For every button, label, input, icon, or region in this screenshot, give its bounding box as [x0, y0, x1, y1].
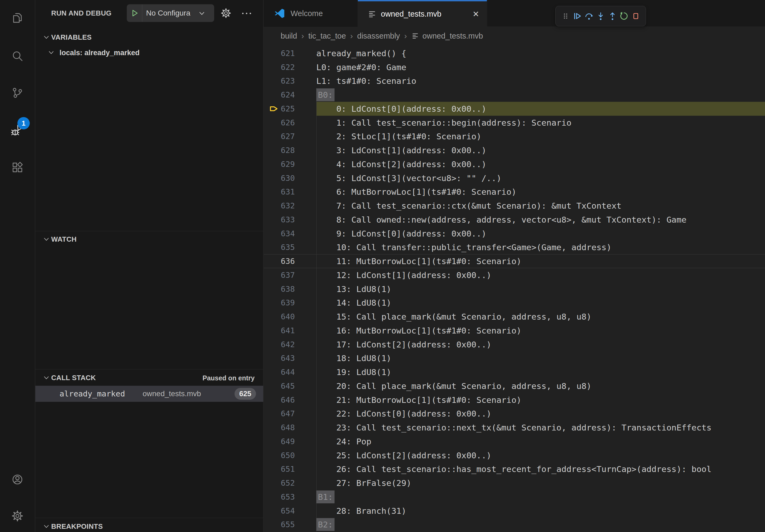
code-line[interactable]: 655B2:: [264, 518, 765, 532]
code-line[interactable]: 629 4: LdConst[2](address: 0x00..): [264, 157, 765, 171]
line-number[interactable]: 625: [264, 104, 295, 113]
extensions-icon[interactable]: [9, 159, 26, 176]
source-control-icon[interactable]: [9, 84, 26, 101]
breakpoints-section-header[interactable]: BREAKPOINTS: [35, 522, 263, 532]
line-number[interactable]: 634: [264, 229, 295, 238]
code-line[interactable]: 632 7: Call test_scenario::ctx(&mut Scen…: [264, 199, 765, 213]
code-line[interactable]: 648 23: Call test_scenario::next_tx(&mut…: [264, 420, 765, 434]
code-line[interactable]: 652 27: BrFalse(29): [264, 476, 765, 490]
close-icon[interactable]: ✕: [472, 9, 479, 19]
line-number[interactable]: 642: [264, 340, 295, 349]
line-number[interactable]: 629: [264, 160, 295, 169]
code-line[interactable]: 627 2: StLoc[1](ts#1#0: Scenario): [264, 130, 765, 143]
code-line[interactable]: 635 10: Call transfer::public_transfer<G…: [264, 241, 765, 254]
code-line[interactable]: 643 18: LdU8(1): [264, 352, 765, 366]
tab-owned-tests[interactable]: owned_tests.mvb ✕: [358, 0, 487, 27]
search-icon[interactable]: [9, 48, 26, 64]
code-line[interactable]: 634 9: LdConst[0](address: 0x00..): [264, 227, 765, 241]
open-launch-json-gear-icon[interactable]: [220, 8, 232, 20]
line-number[interactable]: 637: [264, 271, 295, 280]
code-line[interactable]: 640 15: Call place_mark(&mut Scenario, a…: [264, 310, 765, 324]
line-number[interactable]: 648: [264, 423, 295, 432]
code-line[interactable]: 628 3: LdConst[1](address: 0x00..): [264, 143, 765, 157]
line-number[interactable]: 645: [264, 382, 295, 391]
code-line[interactable]: 622L0: game#2#0: Game: [264, 60, 765, 74]
code-line[interactable]: 636 11: MutBorrowLoc[1](ts#1#0: Scenario…: [264, 254, 765, 268]
watch-section-header[interactable]: WATCH: [35, 235, 263, 245]
line-number[interactable]: 621: [264, 49, 295, 58]
line-number[interactable]: 624: [264, 90, 295, 100]
code-line[interactable]: 624B0:: [264, 88, 765, 102]
code-line[interactable]: 626 1: Call test_scenario::begin(address…: [264, 116, 765, 130]
line-number[interactable]: 633: [264, 215, 295, 224]
line-number[interactable]: 638: [264, 285, 295, 294]
tab-welcome[interactable]: Welcome: [264, 0, 358, 27]
config-dropdown[interactable]: No Configura: [142, 9, 198, 17]
line-number[interactable]: 652: [264, 478, 295, 487]
line-number[interactable]: 636: [264, 257, 295, 266]
step-over-icon[interactable]: [583, 10, 594, 22]
line-number[interactable]: 653: [264, 492, 295, 501]
line-number[interactable]: 622: [264, 63, 295, 72]
variables-section-header[interactable]: VARIABLES: [35, 33, 263, 43]
code-line[interactable]: 647 22: LdConst[0](address: 0x00..): [264, 407, 765, 421]
line-number[interactable]: 630: [264, 173, 295, 183]
code-line[interactable]: 642 17: LdConst[2](address: 0x00..): [264, 338, 765, 352]
line-number[interactable]: 627: [264, 132, 295, 141]
chevron-down-icon[interactable]: [198, 9, 206, 17]
call-stack-section-header[interactable]: CALL STACK Paused on entry: [35, 373, 263, 384]
step-out-icon[interactable]: [607, 10, 618, 22]
line-number[interactable]: 628: [264, 146, 295, 155]
account-icon[interactable]: [9, 471, 26, 488]
breadcrumb-build[interactable]: build: [281, 32, 297, 40]
code-line[interactable]: 646 21: MutBorrowLoc[1](ts#1#0: Scenario…: [264, 393, 765, 407]
line-number[interactable]: 626: [264, 118, 295, 127]
code-line[interactable]: 649 24: Pop: [264, 434, 765, 448]
line-number[interactable]: 647: [264, 409, 295, 418]
line-number[interactable]: 623: [264, 76, 295, 86]
line-number[interactable]: 646: [264, 396, 295, 404]
breadcrumb-tic-tac-toe[interactable]: tic_tac_toe: [308, 32, 346, 40]
code-line[interactable]: 637 12: LdConst[1](address: 0x00..): [264, 268, 765, 282]
grip-icon[interactable]: [560, 10, 571, 22]
line-number[interactable]: 640: [264, 312, 295, 321]
breadcrumb-disassembly[interactable]: disassembly: [357, 32, 400, 40]
start-debug-button[interactable]: [127, 4, 142, 22]
line-number[interactable]: 644: [264, 368, 295, 377]
explorer-icon[interactable]: [9, 10, 26, 26]
locals-tree-item[interactable]: locals: already_marked: [35, 47, 263, 60]
line-number[interactable]: 649: [264, 437, 295, 446]
line-number[interactable]: 632: [264, 201, 295, 210]
line-number[interactable]: 651: [264, 464, 295, 474]
stop-icon[interactable]: [630, 10, 641, 22]
code-line[interactable]: 645 20: Call place_mark(&mut Scenario, a…: [264, 379, 765, 393]
code-line[interactable]: 639 14: LdU8(1): [264, 296, 765, 310]
settings-gear-icon[interactable]: [9, 508, 26, 524]
restart-icon[interactable]: [618, 10, 630, 22]
code-line[interactable]: 651 26: Call test_scenario::has_most_rec…: [264, 462, 765, 476]
line-number[interactable]: 641: [264, 326, 295, 335]
line-number[interactable]: 655: [264, 520, 295, 529]
call-stack-frame[interactable]: already_marked owned_tests.mvb 625: [35, 386, 263, 402]
line-number[interactable]: 635: [264, 243, 295, 252]
line-number[interactable]: 639: [264, 298, 295, 307]
code-line[interactable]: 623L1: ts#1#0: Scenario: [264, 74, 765, 88]
code-line[interactable]: 654 28: Branch(31): [264, 504, 765, 518]
line-number[interactable]: 643: [264, 354, 295, 363]
code-line[interactable]: 638 13: LdU8(1): [264, 282, 765, 296]
line-number[interactable]: 650: [264, 451, 295, 460]
code-line[interactable]: 653B1:: [264, 490, 765, 504]
step-into-icon[interactable]: [595, 10, 606, 22]
code-line[interactable]: 625 0: LdConst[0](address: 0x00..): [264, 102, 765, 116]
continue-icon[interactable]: [572, 10, 583, 22]
line-number[interactable]: 631: [264, 187, 295, 196]
code-line[interactable]: 644 19: LdU8(1): [264, 365, 765, 379]
code-line[interactable]: 630 5: LdConst[3](vector<u8>: "" /..): [264, 171, 765, 185]
code-line[interactable]: 650 25: LdConst[2](address: 0x00..): [264, 448, 765, 462]
code-line[interactable]: 631 6: MutBorrowLoc[1](ts#1#0: Scenario): [264, 185, 765, 199]
more-actions-icon[interactable]: [241, 10, 252, 18]
code-line[interactable]: 633 8: Call owned::new(address, address,…: [264, 213, 765, 227]
breadcrumb-file[interactable]: owned_tests.mvb: [411, 32, 483, 40]
code-line[interactable]: 621already_marked() {: [264, 46, 765, 60]
line-number[interactable]: 654: [264, 506, 295, 515]
